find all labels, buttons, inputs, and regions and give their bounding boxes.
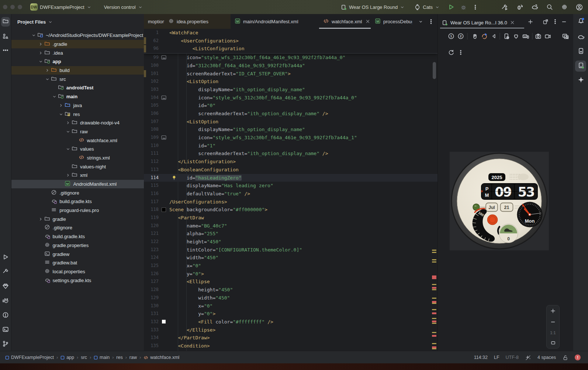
device-selector[interactable]: Wear OS Large Round xyxy=(338,3,408,12)
chevron-right-icon[interactable] xyxy=(65,120,72,125)
logcat-icon cat-icon[interactable] xyxy=(2,297,9,305)
line-number[interactable]: 130 xyxy=(144,302,159,310)
line-number[interactable]: 125 xyxy=(144,262,159,270)
close-icon[interactable] xyxy=(510,20,515,25)
line-ending[interactable]: LF xyxy=(494,355,499,360)
more-actions-icon[interactable] xyxy=(473,4,478,10)
line-number[interactable]: 109 xyxy=(144,134,159,142)
gradle-sync-icon[interactable] xyxy=(531,4,538,11)
project-tool-icon folder-icon[interactable] xyxy=(3,18,9,26)
tree-item-app[interactable]: app xyxy=(11,57,144,66)
tree-item-build[interactable]: build xyxy=(11,66,144,75)
tree-item-proguard-rules-pro[interactable]: proguard-rules.pro xyxy=(11,206,144,215)
chevron-down-icon[interactable] xyxy=(37,59,44,64)
tree-item--gitignore[interactable]: .gitignore xyxy=(11,223,144,232)
reset-icon[interactable] xyxy=(448,49,454,56)
caret-position[interactable]: 114:32 xyxy=(474,355,488,360)
warning-stripe-mark[interactable] xyxy=(432,252,436,253)
line-number[interactable]: 123 xyxy=(144,246,159,254)
line-number[interactable]: 103 xyxy=(144,86,159,94)
breadcrumb-src[interactable]: src xyxy=(81,355,87,360)
tree-item-gradle[interactable]: gradle xyxy=(11,215,144,223)
chevron-right-icon[interactable] xyxy=(37,42,44,47)
tree-item-gradlew-bat[interactable]: gradlew.bat xyxy=(11,258,144,267)
color-swatch-black[interactable] xyxy=(161,206,167,213)
line-number[interactable]: 113 xyxy=(144,166,159,174)
warning-stripe-mark[interactable] xyxy=(432,332,436,333)
chevron-down-icon[interactable] xyxy=(65,147,72,151)
line-number[interactable]: 112 xyxy=(144,158,159,166)
warning-stripe-mark[interactable] xyxy=(432,323,436,324)
notifications-icon bell-icon[interactable] xyxy=(577,18,584,26)
warning-stripe-mark[interactable] xyxy=(432,261,436,263)
palm-icon[interactable] xyxy=(471,33,478,40)
lock-icon[interactable] xyxy=(562,354,568,361)
close-icon[interactable] xyxy=(365,19,370,24)
tab-list-chevron-icon[interactable] xyxy=(418,19,423,24)
tab-main-androidmanifest-xml[interactable]: Mmain/AndroidManifest.xml xyxy=(231,14,319,29)
error-stripe-mark[interactable] xyxy=(432,277,436,279)
analog-subdial[interactable]: Mon xyxy=(517,202,543,227)
tree-item-raw[interactable]: raw xyxy=(11,127,144,136)
image-preview-icon[interactable] xyxy=(161,54,167,61)
chevron-right-icon[interactable] xyxy=(37,217,44,222)
color-swatch-white[interactable] xyxy=(161,319,167,325)
line-number[interactable]: 134 xyxy=(144,334,159,342)
tree-item-values-night[interactable]: values-night xyxy=(11,162,144,171)
line-number[interactable]: 115 xyxy=(144,182,159,190)
window-zoom-button[interactable] xyxy=(18,5,22,9)
tree-item-androidtest[interactable]: androidTest xyxy=(11,83,144,92)
zoom-in-icon plus-icon[interactable] xyxy=(550,308,556,314)
line-number[interactable]: 117 xyxy=(144,198,159,206)
line-number[interactable]: 116 xyxy=(144,190,159,198)
chevron-down-icon[interactable] xyxy=(44,77,51,82)
line-number[interactable]: 133 xyxy=(144,326,159,334)
gemini-icon sparkle-icon[interactable] xyxy=(577,76,584,85)
project-selector[interactable]: DW DWFExampleProject xyxy=(27,2,94,12)
line-number[interactable]: 100 xyxy=(144,62,159,70)
run-tool-icon[interactable] xyxy=(2,254,9,262)
breadcrumb-app[interactable]: app xyxy=(60,355,74,360)
run-button[interactable] xyxy=(448,4,454,10)
zoom-ratio[interactable]: 1:1 xyxy=(550,330,556,335)
line-number[interactable]: 118 xyxy=(144,206,159,214)
more-tools-icon[interactable] xyxy=(3,47,8,55)
chevron-right-icon[interactable] xyxy=(65,173,72,178)
error-stripe-mark[interactable] xyxy=(432,287,436,289)
fit-to-window-icon[interactable] xyxy=(550,340,556,346)
tab-idea-properties[interactable]: idea.properties xyxy=(164,14,231,29)
chevron-down-icon[interactable] xyxy=(58,112,65,117)
breadcrumb-main[interactable]: main xyxy=(94,355,110,360)
breadcrumb-res[interactable]: res xyxy=(116,355,122,360)
warning-stripe-mark[interactable] xyxy=(432,298,436,299)
warning-stripe-mark[interactable] xyxy=(432,309,436,310)
add-device-icon plus-icon[interactable] xyxy=(528,19,533,26)
editor-scrollbar[interactable] xyxy=(433,62,436,79)
build-icon[interactable] xyxy=(501,4,508,11)
run-config-selector[interactable]: Cats xyxy=(411,3,443,12)
intention-bulb-icon[interactable] xyxy=(171,175,177,181)
breadcrumb-watchface-xml[interactable]: watchface.xml xyxy=(143,355,179,360)
tree-item--gitignore[interactable]: .gitignore xyxy=(11,188,144,197)
chevron-right-icon[interactable] xyxy=(58,103,65,108)
quality-insights-icon gem-icon[interactable] xyxy=(2,283,9,291)
indent-style[interactable]: 4 spaces xyxy=(537,355,556,360)
device-display[interactable]: 2025 P M 09 53 Jul xyxy=(450,152,549,250)
warning-stripe-mark[interactable] xyxy=(432,318,436,319)
warning-stripe-mark[interactable] xyxy=(432,303,436,304)
line-number[interactable]: 135 xyxy=(144,342,159,350)
orange-button-complication[interactable] xyxy=(488,215,498,225)
input-icon[interactable] xyxy=(522,33,529,40)
tree-item-androidmanifest-xml[interactable]: MAndroidManifest.xml xyxy=(11,180,144,189)
error-indicator[interactable]: ! xyxy=(575,354,581,360)
more-icon[interactable] xyxy=(458,50,464,55)
device-tab[interactable]: Wear OS Large Ro...I 36.0 xyxy=(442,17,515,28)
line-number[interactable]: 104 xyxy=(144,94,159,102)
running-devices-icon[interactable] xyxy=(577,62,584,71)
camera-icon[interactable] xyxy=(535,33,542,40)
line-number[interactable]: 124 xyxy=(144,254,159,262)
warning-stripe-mark[interactable] xyxy=(432,259,436,260)
error-stripe-mark[interactable] xyxy=(432,335,436,337)
tab-processdebug[interactable]: MprocessDebug xyxy=(371,14,412,29)
warning-stripe-mark[interactable] xyxy=(432,284,436,285)
